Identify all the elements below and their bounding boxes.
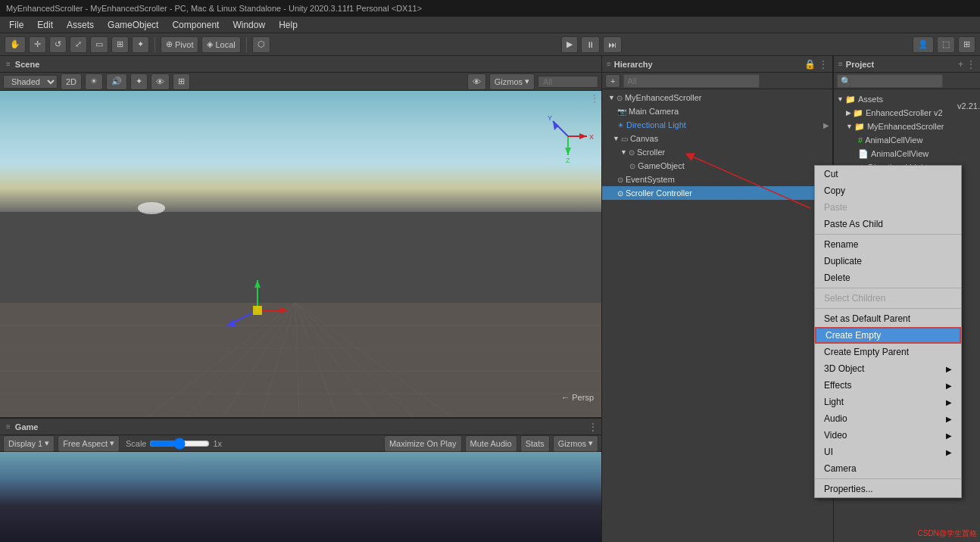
dir-light-arrow: ▶ xyxy=(823,121,829,129)
ctx-3d-object[interactable]: 3D Object ▶ xyxy=(815,360,961,377)
viewport[interactable]: X Z Y ← Persp ⋮ xyxy=(0,91,601,417)
custom-tool[interactable]: ✦ xyxy=(132,36,149,53)
menu-assets[interactable]: Assets xyxy=(61,18,100,32)
hierarchy-panel: ≡ Hierarchy 🔒 ⋮ + ▼ ⊙ MyEnhancedSc xyxy=(602,56,833,268)
ctx-cut[interactable]: Cut xyxy=(815,166,961,182)
project-item-myenhanced[interactable]: ▼ 📁 MyEnhancedScroller xyxy=(834,120,980,133)
mute-audio[interactable]: Mute Audio xyxy=(465,435,517,452)
project-more-icon[interactable]: ⋮ xyxy=(966,59,975,70)
lighting-button[interactable]: ☀ xyxy=(85,73,103,90)
gizmos-button[interactable]: Gizmos ▾ xyxy=(489,73,535,90)
tree-item-root[interactable]: ▼ ⊙ MyEnhancedScroller xyxy=(602,91,832,104)
transform-tool[interactable]: ⊞ xyxy=(111,36,129,53)
tree-item-scroller[interactable]: ▼ ⊙ Scroller xyxy=(602,145,832,159)
ctx-effects[interactable]: Effects ▶ xyxy=(815,377,961,394)
hierarchy-hash: ≡ xyxy=(607,60,611,68)
maximize-on-play[interactable]: Maximize On Play xyxy=(384,435,462,452)
project-item-animal-cell[interactable]: 📄 AnimalCellView xyxy=(834,147,980,160)
menu-help[interactable]: Help xyxy=(273,18,304,32)
pivot-button[interactable]: ⊕ Pivot xyxy=(161,36,198,53)
scale-tool[interactable]: ⤢ xyxy=(70,36,87,53)
svg-marker-29 xyxy=(553,121,559,130)
scene-panel: ≡ Scene Shaded 2D ☀ 🔊 ✦ 👁 ⊞ 👁 Gizmos ▾ xyxy=(0,56,602,417)
project-add-icon[interactable]: + xyxy=(958,59,963,70)
hierarchy-add-button[interactable]: + xyxy=(605,74,620,88)
game-more-options[interactable]: ⋮ xyxy=(588,421,598,433)
menu-component[interactable]: Component xyxy=(166,18,225,32)
light-icon: ☀ xyxy=(617,121,624,129)
aspect-dropdown[interactable]: Free Aspect ▾ xyxy=(58,435,120,452)
game-panel: ≡ Game ⋮ Display 1 ▾ Free Aspect ▾ Scale… xyxy=(0,417,602,542)
tree-label-eventsystem: EventSystem xyxy=(626,175,675,184)
ctx-delete[interactable]: Delete xyxy=(815,269,961,286)
pivot-icon: ⊕ xyxy=(166,39,173,49)
hierarchy-search-input[interactable] xyxy=(623,74,760,88)
scene-panel-header: ≡ Scene xyxy=(0,56,601,73)
hidden-button[interactable]: 👁 xyxy=(151,73,170,90)
game-gizmos-button[interactable]: Gizmos ▾ xyxy=(553,435,598,452)
scene-visibility-button[interactable]: 👁 xyxy=(467,73,486,90)
project-item-animal-cell-green[interactable]: # AnimalCellView xyxy=(834,133,980,147)
audio-button[interactable]: 🔊 xyxy=(106,73,127,90)
rect-tool[interactable]: ▭ xyxy=(90,36,108,53)
local-button[interactable]: ◈ Local xyxy=(201,36,240,53)
menu-edit[interactable]: Edit xyxy=(31,18,59,32)
grid-button[interactable]: ⊞ xyxy=(173,73,190,90)
vfx-button[interactable]: ✦ xyxy=(130,73,148,90)
ctx-select-children[interactable]: Select Children xyxy=(815,290,961,307)
scale-label: Scale xyxy=(126,439,147,448)
scene-toolbar: Shaded 2D ☀ 🔊 ✦ 👁 ⊞ 👁 Gizmos ▾ xyxy=(0,73,601,91)
tree-item-canvas[interactable]: ▼ ▭ Canvas xyxy=(602,132,832,145)
layout-button[interactable]: ⊞ xyxy=(958,36,975,53)
rotate-tool[interactable]: ↺ xyxy=(49,36,67,53)
tree-item-gameobject[interactable]: ⊙ GameObject xyxy=(602,159,832,173)
ctx-copy[interactable]: Copy xyxy=(815,182,961,199)
shading-mode-dropdown[interactable]: Shaded xyxy=(3,75,58,89)
play-button[interactable]: ▶ xyxy=(561,36,578,53)
tree-item-eventsystem[interactable]: ⊙ EventSystem xyxy=(602,173,832,186)
scene-search-input[interactable] xyxy=(538,76,598,88)
canvas-icon: ▭ xyxy=(621,135,628,143)
account-button[interactable]: 👤 xyxy=(913,36,934,53)
menu-window[interactable]: Window xyxy=(226,18,271,32)
menu-gameobject[interactable]: GameObject xyxy=(101,18,164,32)
project-search-input[interactable] xyxy=(837,74,943,88)
hierarchy-more-icon[interactable]: ⋮ xyxy=(819,59,828,70)
svg-marker-18 xyxy=(254,280,261,288)
arrow-root: ▼ xyxy=(608,94,615,101)
hand-tool[interactable]: ✋ xyxy=(5,36,26,53)
ctx-paste-as-child[interactable]: Paste As Child xyxy=(815,216,961,232)
2d-button[interactable]: 2D xyxy=(61,73,82,90)
tree-item-scroller-controller[interactable]: ⊙ Scroller Controller xyxy=(602,186,832,200)
ctx-light[interactable]: Light ▶ xyxy=(815,394,961,410)
pause-button[interactable]: ⏸ xyxy=(581,36,600,53)
hierarchy-lock-icon[interactable]: 🔒 xyxy=(804,59,816,70)
tree-item-dir-light[interactable]: ☀ Directional Light ▶ xyxy=(602,118,832,132)
ctx-camera[interactable]: Camera xyxy=(815,460,961,477)
ctx-duplicate[interactable]: Duplicate xyxy=(815,253,961,269)
camera-icon: 📷 xyxy=(617,107,626,116)
tree-item-main-camera[interactable]: 📷 Main Camera xyxy=(602,104,832,118)
scene-more-options[interactable]: ⋮ xyxy=(589,92,600,104)
hierarchy-title: Hierarchy xyxy=(614,60,653,69)
controller-icon: ⊙ xyxy=(617,189,623,198)
dropdown-arrow: ▾ xyxy=(45,438,49,448)
display-dropdown[interactable]: Display 1 ▾ xyxy=(3,435,55,452)
scale-slider[interactable] xyxy=(149,438,210,450)
ctx-rename[interactable]: Rename xyxy=(815,236,961,253)
ctx-create-empty-parent[interactable]: Create Empty Parent xyxy=(815,344,961,360)
ctx-paste[interactable]: Paste xyxy=(815,199,961,216)
ctx-create-empty[interactable]: Create Empty xyxy=(815,327,961,344)
menu-file[interactable]: File xyxy=(3,18,30,32)
stats-button[interactable]: Stats xyxy=(520,435,550,452)
collab-button[interactable]: ⬡ xyxy=(252,36,270,53)
ctx-ui[interactable]: UI ▶ xyxy=(815,444,961,460)
ctx-audio[interactable]: Audio ▶ xyxy=(815,410,961,427)
persp-label: ← Persp xyxy=(561,393,594,402)
ctx-set-default-parent[interactable]: Set as Default Parent xyxy=(815,310,961,327)
ctx-properties[interactable]: Properties... xyxy=(815,481,961,497)
step-button[interactable]: ⏭ xyxy=(603,36,622,53)
move-tool[interactable]: ✛ xyxy=(29,36,46,53)
layers-button[interactable]: ⬚ xyxy=(937,36,955,53)
ctx-video[interactable]: Video ▶ xyxy=(815,427,961,444)
